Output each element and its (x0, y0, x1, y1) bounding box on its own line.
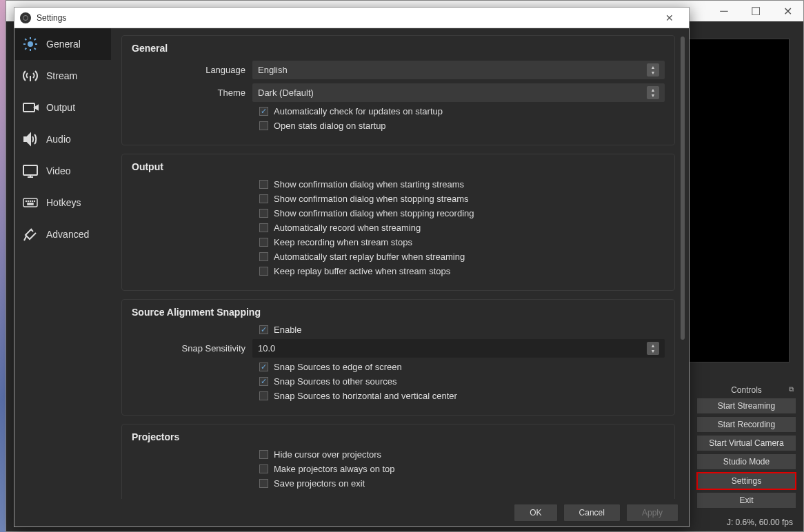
group-title-snapping: Source Alignment Snapping (132, 307, 665, 318)
svg-point-8 (34, 201, 35, 202)
group-snapping: Source Alignment Snapping Enable Snap Se… (121, 299, 675, 416)
control-exit[interactable]: Exit (696, 492, 796, 509)
dialog-footer: OK Cancel Apply (14, 499, 689, 526)
theme-select[interactable]: Dark (Default) ▲▼ (252, 83, 665, 102)
snap-sensitivity-value: 10.0 (258, 343, 275, 354)
dropdown-icon: ▲▼ (647, 63, 659, 76)
cancel-button[interactable]: Cancel (563, 504, 621, 522)
sidebar-item-stream[interactable]: Stream (14, 60, 111, 92)
sidebar-item-hotkeys[interactable]: Hotkeys (14, 187, 111, 218)
sidebar-item-general[interactable]: General (14, 28, 111, 60)
checkbox-save-projectors[interactable] (259, 479, 268, 488)
group-general: General Language English ▲▼ Theme Dark (121, 35, 675, 145)
apply-button: Apply (626, 504, 679, 522)
svg-rect-2 (23, 165, 37, 175)
svg-point-6 (30, 201, 31, 202)
controls-panel: Controls ⧉ Start StreamingStart Recordin… (696, 382, 796, 511)
checkbox-auto-record[interactable] (259, 223, 268, 232)
spin-arrows-icon[interactable]: ▲▼ (647, 342, 659, 355)
hotkeys-icon (21, 194, 39, 212)
dialog-title: Settings (37, 13, 656, 23)
general-icon (21, 35, 39, 53)
controls-title: Controls (731, 385, 762, 395)
checkbox-always-top[interactable] (259, 464, 268, 473)
dropdown-icon: ▲▼ (647, 86, 659, 99)
checkbox-confirm-stop-record[interactable] (259, 209, 268, 218)
obs-icon (20, 12, 31, 23)
label-open-stats: Open stats dialog on startup (274, 121, 386, 131)
close-button[interactable]: ✕ (772, 1, 803, 21)
status-bar: J: 0.6%, 60.00 fps (727, 518, 793, 527)
checkbox-snap-sources[interactable] (259, 377, 268, 386)
ok-button[interactable]: OK (514, 504, 557, 522)
sidebar-label: Hotkeys (46, 197, 81, 208)
checkbox-snap-center[interactable] (259, 391, 268, 400)
checkbox-auto-update[interactable] (259, 107, 268, 116)
maximize-button[interactable]: ☐ (740, 1, 772, 21)
checkbox-hide-cursor[interactable] (259, 450, 268, 459)
settings-dialog: Settings ✕ GeneralStreamOutputAudioVideo… (14, 7, 690, 527)
dialog-close-button[interactable]: ✕ (656, 8, 683, 28)
controls-header: Controls ⧉ (696, 382, 796, 398)
video-icon (21, 162, 39, 180)
output-icon (21, 99, 39, 116)
checkbox-confirm-stop-stream[interactable] (259, 194, 268, 203)
checkbox-keep-recording[interactable] (259, 238, 268, 247)
sidebar-label: Stream (46, 70, 77, 81)
sidebar-label: Video (46, 165, 71, 176)
svg-point-4 (26, 201, 27, 202)
svg-point-5 (28, 201, 29, 202)
sidebar-label: Audio (46, 134, 71, 145)
theme-value: Dark (Default) (258, 88, 314, 98)
checkbox-keep-replay[interactable] (259, 267, 268, 276)
control-settings[interactable]: Settings (696, 472, 796, 490)
checkbox-snap-edge[interactable] (259, 362, 268, 371)
sidebar-label: Output (46, 102, 75, 113)
sidebar-item-audio[interactable]: Audio (14, 123, 111, 155)
advanced-icon (21, 225, 39, 243)
group-title-projectors: Projectors (132, 431, 665, 442)
dialog-titlebar: Settings ✕ (14, 8, 689, 28)
checkbox-snap-enable[interactable] (259, 325, 268, 334)
theme-label: Theme (132, 88, 252, 98)
checkbox-open-stats[interactable] (259, 121, 268, 130)
svg-point-0 (28, 42, 32, 46)
stream-icon (21, 67, 39, 85)
language-value: English (258, 65, 288, 75)
checkbox-auto-replay[interactable] (259, 252, 268, 261)
sidebar-item-video[interactable]: Video (14, 155, 111, 187)
popout-icon[interactable]: ⧉ (789, 385, 794, 393)
group-title-general: General (132, 43, 665, 54)
minimize-button[interactable]: ─ (708, 1, 740, 21)
sidebar-item-output[interactable]: Output (14, 92, 111, 123)
control-start-streaming[interactable]: Start Streaming (696, 398, 796, 414)
language-select[interactable]: English ▲▼ (252, 61, 665, 79)
language-label: Language (132, 65, 252, 75)
sidebar-label: Advanced (46, 229, 89, 240)
group-title-output: Output (132, 161, 665, 172)
svg-rect-3 (23, 198, 37, 207)
svg-rect-1 (23, 103, 34, 112)
snap-sensitivity-input[interactable]: 10.0 ▲▼ (252, 339, 665, 358)
audio-icon (21, 130, 39, 148)
group-output: Output Show confirmation dialog when sta… (121, 154, 675, 291)
svg-point-7 (32, 201, 33, 202)
settings-sidebar: GeneralStreamOutputAudioVideoHotkeysAdva… (14, 28, 111, 499)
group-projectors: Projectors Hide cursor over projectors M… (121, 424, 675, 499)
settings-content: General Language English ▲▼ Theme Dark (111, 28, 689, 499)
scrollbar[interactable] (681, 37, 685, 340)
snap-sensitivity-label: Snap Sensitivity (132, 343, 252, 354)
preview-area (679, 39, 790, 362)
svg-rect-9 (28, 203, 33, 205)
sidebar-item-advanced[interactable]: Advanced (14, 218, 111, 250)
sidebar-label: General (46, 39, 81, 50)
label-auto-update: Automatically check for updates on start… (274, 106, 443, 116)
control-studio-mode[interactable]: Studio Mode (696, 453, 796, 470)
control-start-recording[interactable]: Start Recording (696, 416, 796, 433)
checkbox-confirm-start-stream[interactable] (259, 180, 268, 189)
control-start-virtual-camera[interactable]: Start Virtual Camera (696, 435, 796, 451)
